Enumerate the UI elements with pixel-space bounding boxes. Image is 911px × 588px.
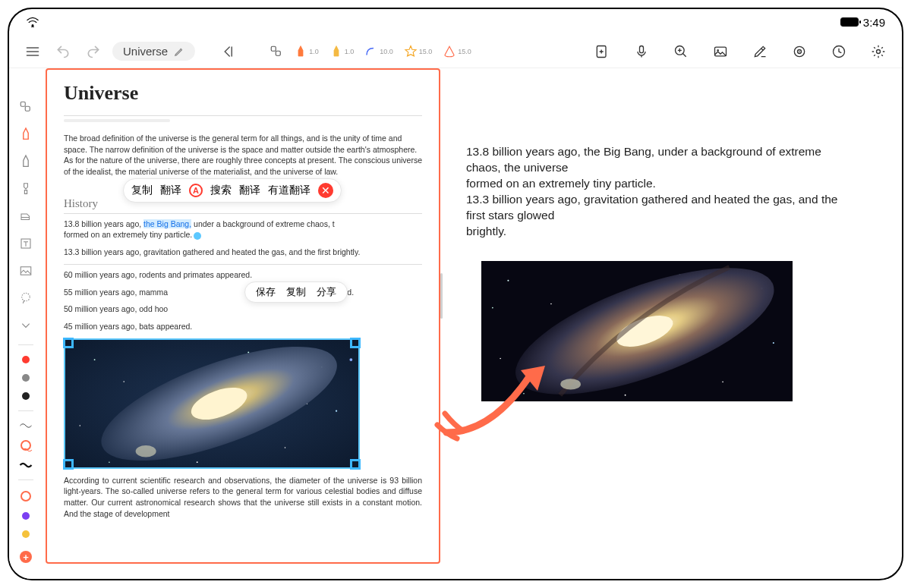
undo-button[interactable]	[52, 40, 74, 63]
history-button[interactable]	[827, 40, 850, 63]
lt-highlighter[interactable]	[17, 181, 34, 197]
view-button[interactable]	[788, 40, 811, 63]
svg-point-17	[22, 293, 30, 301]
image-button[interactable]	[709, 40, 732, 63]
add-tool[interactable]: +	[17, 549, 34, 565]
selection-handle[interactable]	[194, 232, 201, 240]
ctx-translate2[interactable]: 翻译	[239, 184, 260, 197]
image-context-menu: 保存 复制 分享	[244, 281, 348, 303]
svg-rect-16	[20, 267, 31, 275]
draw-button[interactable]	[749, 40, 771, 63]
svg-rect-1	[271, 46, 276, 51]
tool-pen-yellow[interactable]: 1.0	[329, 45, 355, 58]
stroke-thin[interactable]	[19, 422, 33, 429]
svg-point-0	[32, 24, 34, 27]
svg-point-41	[500, 357, 501, 359]
svg-point-19	[94, 359, 96, 360]
timeline-2: 55 million years ago, mammaared, cetacea…	[64, 287, 422, 298]
pasted-galaxy-image[interactable]	[481, 261, 793, 401]
text-context-menu: 复制 翻译 A 搜索 翻译 有道翻译 ✕	[123, 178, 342, 203]
svg-rect-2	[276, 51, 280, 55]
zoom-button[interactable]	[670, 40, 692, 63]
timeline-1: 60 million years ago, rodents and primat…	[64, 269, 422, 281]
ctx2-save[interactable]: 保存	[256, 285, 276, 299]
svg-point-43	[625, 394, 626, 395]
ctx2-share[interactable]: 分享	[317, 285, 336, 299]
lt-eraser[interactable]	[17, 208, 34, 225]
edit-icon	[174, 46, 184, 57]
svg-point-35	[507, 279, 509, 281]
footer-text: According to current scientific research…	[64, 475, 422, 520]
lt-pen-active[interactable]	[17, 126, 34, 143]
lt-image[interactable]	[17, 263, 34, 279]
add-page-button[interactable]	[591, 40, 613, 63]
doc-title-text: Universe	[123, 45, 168, 58]
tool-curve[interactable]: 10.0	[364, 45, 393, 58]
wifi-icon	[26, 17, 39, 27]
stroke-med-ring[interactable]	[20, 440, 31, 451]
svg-rect-14	[25, 106, 30, 111]
svg-point-24	[336, 410, 337, 411]
svg-rect-13	[20, 102, 25, 106]
ctx-search[interactable]: 搜索	[210, 184, 232, 197]
svg-point-28	[109, 461, 110, 463]
svg-point-10	[799, 51, 800, 52]
svg-rect-4	[640, 46, 644, 52]
intro-text: The broad definition of the universe is …	[64, 133, 422, 178]
drawing-tools: 1.0 1.0 10.0 15.0 15.0	[270, 45, 471, 58]
svg-point-44	[523, 392, 525, 394]
battery-icon	[840, 17, 859, 27]
menu-icon[interactable]	[21, 40, 44, 63]
tool-pen-orange[interactable]: 1.0	[294, 45, 319, 58]
tool-cone[interactable]: 15.0	[443, 45, 471, 58]
svg-point-27	[197, 461, 198, 463]
document-title[interactable]: Universe	[112, 42, 195, 61]
mic-button[interactable]	[630, 40, 653, 63]
close-icon[interactable]: ✕	[318, 183, 333, 198]
source-page[interactable]: Universe The broad definition of the uni…	[46, 68, 440, 564]
svg-point-38	[722, 381, 723, 382]
ctx2-copy[interactable]: 复制	[286, 285, 306, 299]
ring-orange[interactable]	[20, 491, 31, 502]
lt-pen-2[interactable]	[17, 153, 34, 170]
split-handle[interactable]	[440, 68, 443, 564]
color-black[interactable]	[22, 392, 30, 400]
notes-page[interactable]: 13.8 billion years ago, the Big Bang, un…	[443, 68, 894, 564]
link-big-bang[interactable]: the Big Bang,	[143, 219, 191, 228]
svg-point-40	[773, 341, 774, 343]
ctx-copy[interactable]: 复制	[131, 184, 153, 197]
redo-button[interactable]	[82, 40, 105, 63]
annotate-icon[interactable]: A	[189, 184, 203, 197]
lt-text[interactable]	[17, 235, 34, 252]
back-button[interactable]	[216, 40, 239, 63]
tool-shapes[interactable]	[270, 45, 283, 58]
settings-button[interactable]	[867, 40, 890, 63]
ctx-translate[interactable]: 翻译	[160, 184, 181, 197]
history-p2: 13.3 billion years ago, gravitation gath…	[64, 247, 422, 258]
svg-point-20	[123, 381, 125, 382]
color-red[interactable]	[22, 356, 30, 363]
color-yellow[interactable]	[22, 530, 30, 538]
note-text: 13.8 billion years ago, the Big Bang, un…	[466, 144, 849, 240]
galaxy-image	[65, 340, 358, 467]
lt-lasso[interactable]	[17, 290, 34, 307]
svg-point-22	[285, 447, 286, 448]
lt-collapse[interactable]	[17, 317, 34, 334]
left-toolbar: +	[9, 68, 43, 579]
top-toolbar: Universe 1.0 1.0 10.0 15.	[9, 35, 902, 68]
color-purple[interactable]	[22, 512, 30, 520]
timeline-3: 50 million years ago, odd hoo	[64, 303, 422, 315]
clock: 3:49	[863, 16, 885, 29]
tool-star[interactable]: 15.0	[404, 45, 433, 58]
svg-point-12	[877, 49, 881, 53]
stroke-thick[interactable]	[19, 461, 33, 469]
svg-point-25	[80, 425, 81, 426]
selected-image[interactable]	[64, 338, 360, 469]
svg-point-33	[136, 445, 156, 457]
lt-shapes[interactable]	[17, 99, 34, 115]
tablet-frame: 3:49 Universe 1.0	[8, 8, 903, 580]
status-bar: 3:49	[9, 9, 902, 35]
ctx-youdao[interactable]: 有道翻译	[268, 184, 310, 197]
color-gray[interactable]	[22, 374, 30, 382]
svg-point-49	[560, 379, 581, 389]
